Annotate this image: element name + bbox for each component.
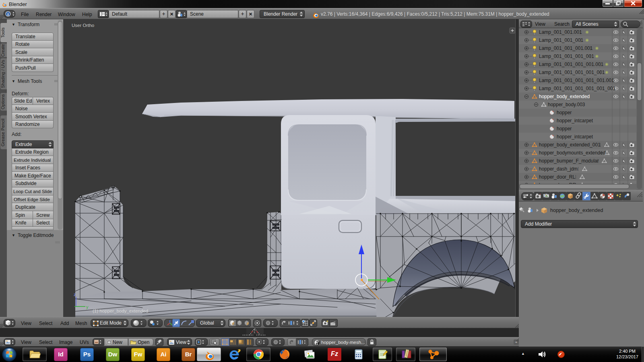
svg-text:hopper: hopper	[557, 110, 572, 115]
svg-text:Lamp_001_001.001: Lamp_001_001.001	[539, 29, 582, 35]
svg-text:hopper_body_extended: hopper_body_extended	[539, 94, 590, 99]
svg-text:Lamp_001_001_001_001.001: Lamp_001_001_001_001.001	[539, 62, 603, 67]
svg-text:hopper_intcarpet: hopper_intcarpet	[557, 118, 593, 123]
svg-text:hopper: hopper	[557, 126, 572, 132]
svg-text:Lamp_001_001_001_001_001: Lamp_001_001_001_001_001	[539, 70, 605, 75]
svg-text:hopper_dash_jdm: hopper_dash_jdm	[539, 166, 578, 172]
svg-text:hopper_body_extended_001: hopper_body_extended_001	[539, 142, 601, 148]
svg-text:Lamp_001_001_001.001: Lamp_001_001_001.001	[539, 45, 593, 51]
svg-text:(1) hopper_body_extended: (1) hopper_body_extended	[93, 309, 148, 313]
svg-text:hopper_body_extended: hopper_body_extended	[550, 208, 603, 213]
svg-text:hopper_door_RL: hopper_door_RL	[539, 174, 575, 180]
svg-text:Lamp_001_001_001_001_001_001: Lamp_001_001_001_001_001_001	[539, 86, 616, 91]
svg-text:Lamp_001_001_001_001_001.001: Lamp_001_001_001_001_001.001	[539, 78, 614, 83]
svg-text:hopper_intcarpet: hopper_intcarpet	[557, 134, 593, 140]
svg-text:Lamp_001_001_001: Lamp_001_001_001	[539, 37, 583, 43]
svg-text:i: i	[8, 12, 9, 16]
svg-text:hopper_bodymounts_extended: hopper_bodymounts_extended	[539, 150, 605, 156]
svg-text:y: y	[86, 304, 89, 309]
svg-text:hopper_bumper_F_modular: hopper_bumper_F_modular	[539, 158, 599, 164]
svg-text:Lamp_001_001_001_001: Lamp_001_001_001_001	[539, 53, 594, 59]
svg-text:z: z	[74, 292, 76, 297]
svg-text:hopper_body.003: hopper_body.003	[548, 102, 585, 107]
svg-text:User Ortho: User Ortho	[72, 23, 94, 28]
